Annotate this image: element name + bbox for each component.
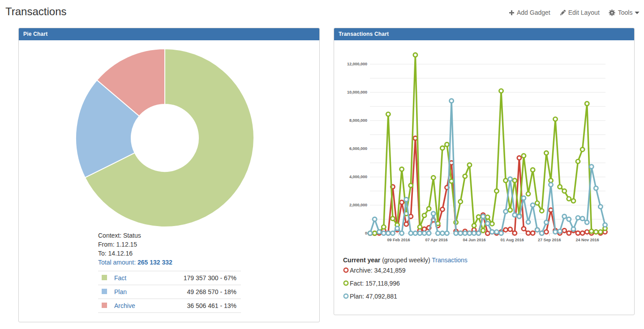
svg-text:01 Aug 2016: 01 Aug 2016 [501,238,524,242]
svg-text:24 Nov 2016: 24 Nov 2016 [575,238,599,242]
svg-text:04 Jun 2016: 04 Jun 2016 [463,238,486,242]
svg-text:2,000,000: 2,000,000 [349,203,367,207]
svg-text:10,000,000: 10,000,000 [347,90,367,94]
svg-text:07 Apr 2016: 07 Apr 2016 [425,238,447,242]
svg-text:12,000,000: 12,000,000 [347,62,367,66]
svg-text:09 Feb 2016: 09 Feb 2016 [387,238,410,242]
svg-text:6,000,000: 6,000,000 [349,146,367,151]
svg-text:4,000,000: 4,000,000 [349,175,367,179]
svg-text:0: 0 [365,231,367,235]
svg-text:8,000,000: 8,000,000 [349,118,367,123]
svg-text:27 Sep 2016: 27 Sep 2016 [538,238,561,242]
